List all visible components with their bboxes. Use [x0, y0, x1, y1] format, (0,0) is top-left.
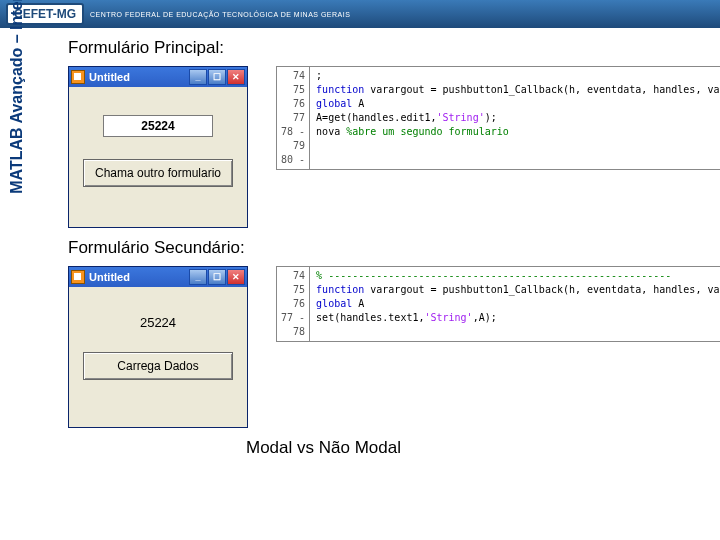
edit-input[interactable]: 25224	[103, 115, 213, 137]
code-body: % --------------------------------------…	[310, 267, 720, 341]
code-editor-2: 74 75 76 77 - 78 % ---------------------…	[276, 266, 720, 342]
minimize-button[interactable]: _	[189, 69, 207, 85]
load-data-button[interactable]: Carrega Dados	[83, 352, 233, 380]
titlebar: Untitled _ ☐ ✕	[69, 67, 247, 87]
line-gutter: 74 75 76 77 - 78	[277, 267, 310, 341]
section1-title: Formulário Principal:	[68, 38, 720, 58]
minimize-button[interactable]: _	[189, 269, 207, 285]
matlab-figure-icon	[71, 70, 85, 84]
titlebar: Untitled _ ☐ ✕	[69, 267, 247, 287]
matlab-figure-icon	[71, 270, 85, 284]
code-editor-1: 74 75 76 77 78 - 79 80 - ; function vara…	[276, 66, 720, 170]
code-body: ; function varargout = pushbutton1_Callb…	[310, 67, 720, 169]
maximize-button[interactable]: ☐	[208, 69, 226, 85]
maximize-button[interactable]: ☐	[208, 269, 226, 285]
institution-subtitle: CENTRO FEDERAL DE EDUCAÇÃO TECNOLÓGICA D…	[90, 11, 350, 18]
static-text-display: 25224	[83, 315, 233, 330]
institution-header: CEFET-MG CENTRO FEDERAL DE EDUCAÇÃO TECN…	[0, 0, 720, 28]
call-form-button[interactable]: Chama outro formulario	[83, 159, 233, 187]
secundario-window: Untitled _ ☐ ✕ 25224 Carrega Dados	[68, 266, 248, 428]
window-title: Untitled	[89, 271, 130, 283]
close-button[interactable]: ✕	[227, 269, 245, 285]
footer-topic: Modal vs Não Modal	[246, 438, 720, 458]
line-gutter: 74 75 76 77 78 - 79 80 -	[277, 67, 310, 169]
close-button[interactable]: ✕	[227, 69, 245, 85]
principal-window: Untitled _ ☐ ✕ 25224 Chama outro formula…	[68, 66, 248, 228]
vertical-course-title: MATLAB Avançado – Interface gráfica	[8, 0, 26, 280]
section2-title: Formulário Secundário:	[68, 238, 720, 258]
window-title: Untitled	[89, 71, 130, 83]
